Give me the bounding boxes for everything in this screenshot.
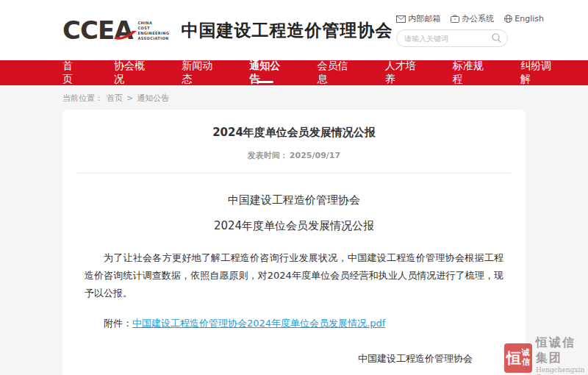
hengchengxin-watermark: 恒 诚 信 恒诚信集团 Hengchengxin Group bbox=[504, 335, 588, 375]
breadcrumb-label: 当前位置： bbox=[62, 93, 103, 104]
attachment-row: 附件：中国建设工程造价管理协会2024年度单位会员发展情况.pdf bbox=[85, 317, 503, 330]
main-nav: 首页 协会概况 新闻动态 通知公告 会员信息 人才培养 标准规程 纠纷调解 bbox=[0, 60, 588, 85]
quick-link-label: 内部邮箱 bbox=[408, 13, 440, 24]
header-quick-links: 内部邮箱 办公系统 English bbox=[396, 13, 544, 24]
quick-link-label: 办公系统 bbox=[462, 13, 494, 24]
search-icon[interactable] bbox=[492, 33, 501, 43]
doc-paragraph: 为了让社会各方更好地了解工程造价咨询行业发展状况，中国建设工程造价管理协会根据工… bbox=[85, 249, 503, 302]
logo-swoosh-icon bbox=[115, 31, 137, 41]
quick-link-label: English bbox=[514, 14, 544, 24]
signature-block: 中国建设工程造价管理协会 2025年9月17日 bbox=[77, 352, 511, 375]
logo-acronym: CCEA bbox=[62, 18, 132, 43]
nav-item-notices[interactable]: 通知公告 bbox=[249, 60, 282, 85]
signature-org: 中国建设工程造价管理协会 bbox=[358, 352, 473, 365]
breadcrumb-separator: > bbox=[126, 93, 133, 103]
search-box bbox=[396, 29, 508, 47]
doc-heading-org: 中国建设工程造价管理协会 bbox=[77, 193, 511, 207]
nav-item-news[interactable]: 新闻动态 bbox=[182, 60, 214, 85]
site-logo[interactable]: CCEA CHINA COST ENGINEERING ASSOCIATION … bbox=[62, 18, 392, 43]
attachment-pdf-link[interactable]: 中国建设工程造价管理协会2024年度单位会员发展情况.pdf bbox=[132, 318, 385, 329]
title-divider bbox=[77, 173, 511, 174]
nav-item-member-info[interactable]: 会员信息 bbox=[317, 60, 349, 85]
briefcase-icon bbox=[451, 15, 459, 23]
mail-icon bbox=[396, 15, 406, 23]
attachment-label: 附件： bbox=[104, 318, 132, 329]
hengchengxin-seal-icon: 恒 诚 信 bbox=[504, 343, 532, 373]
internal-mail-link[interactable]: 内部邮箱 bbox=[396, 13, 440, 24]
seal-char: 信 bbox=[522, 358, 530, 368]
publish-date: 2025/09/17 bbox=[290, 151, 340, 160]
publish-label: 发表时间： bbox=[248, 151, 288, 160]
article-title: 2024年度单位会员发展情况公报 bbox=[77, 126, 511, 140]
globe-icon bbox=[504, 15, 512, 23]
watermark-name-en: Hengchengxin Group bbox=[536, 366, 588, 375]
article-card: 2024年度单位会员发展情况公报 发表时间：2025/09/17 中国建设工程造… bbox=[62, 110, 526, 375]
breadcrumb-home[interactable]: 首页 bbox=[107, 93, 123, 104]
doc-heading-title: 2024年度单位会员发展情况公报 bbox=[77, 219, 511, 233]
breadcrumb: 当前位置： 首页 > 通知公告 bbox=[0, 85, 588, 110]
seal-char: 恒 bbox=[506, 351, 521, 365]
publish-time: 发表时间：2025/09/17 bbox=[77, 150, 511, 161]
breadcrumb-current[interactable]: 通知公告 bbox=[137, 93, 169, 104]
nav-item-standards[interactable]: 标准规程 bbox=[453, 60, 485, 85]
nav-item-association-overview[interactable]: 协会概况 bbox=[114, 60, 146, 85]
nav-item-talent-training[interactable]: 人才培养 bbox=[385, 60, 417, 85]
nav-item-home[interactable]: 首页 bbox=[62, 60, 79, 85]
org-name: 中国建设工程造价管理协会 bbox=[181, 19, 392, 42]
nav-item-dispute-mediation[interactable]: 纠纷调解 bbox=[520, 60, 553, 85]
watermark-name-cn: 恒诚信集团 bbox=[536, 335, 588, 366]
office-system-link[interactable]: 办公系统 bbox=[451, 13, 494, 24]
english-link[interactable]: English bbox=[504, 13, 544, 24]
site-header: CCEA CHINA COST ENGINEERING ASSOCIATION … bbox=[0, 0, 588, 60]
logo-subtext: CHINA COST ENGINEERING ASSOCIATION bbox=[137, 21, 169, 40]
